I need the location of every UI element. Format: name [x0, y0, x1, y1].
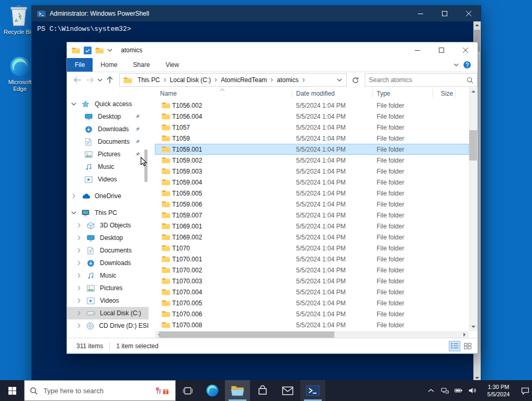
file-row[interactable]: T1059.004 5/5/2024 1:04 PM File folder — [155, 177, 469, 188]
search-input[interactable] — [365, 76, 467, 84]
sidebar-item-this-pc[interactable]: This PC — [67, 207, 149, 219]
sidebar-item-quick-access[interactable]: Quick access — [67, 98, 149, 110]
tray-chevron-up-icon[interactable] — [424, 380, 438, 401]
maximize-button[interactable] — [433, 6, 457, 21]
task-view-button[interactable] — [176, 380, 200, 401]
file-row[interactable]: T1059.002 5/5/2024 1:04 PM File folder — [155, 155, 469, 166]
breadcrumb-separator-icon[interactable] — [302, 78, 305, 82]
sidebar-item-onedrive[interactable]: OneDrive — [67, 190, 149, 202]
tab-view[interactable]: View — [157, 58, 187, 72]
file-row[interactable]: T1070.006 5/5/2024 1:04 PM File folder — [155, 308, 469, 319]
close-button[interactable] — [454, 42, 478, 58]
chevron-right-icon[interactable] — [76, 311, 82, 316]
scrollbar-thumb[interactable] — [159, 331, 334, 338]
breadcrumb-separator-icon[interactable] — [214, 78, 217, 82]
recent-locations-icon[interactable] — [96, 74, 104, 86]
file-row[interactable]: T1069.002 5/5/2024 1:04 PM File folder — [155, 232, 469, 243]
taskbar-mail-button[interactable] — [275, 380, 300, 401]
sidebar-item[interactable]: Pictures — [67, 148, 149, 161]
sidebar-item[interactable]: Videos — [67, 294, 149, 307]
file-row[interactable]: T1059.001 5/5/2024 1:04 PM File folder — [155, 144, 469, 155]
speaker-icon[interactable] — [465, 380, 479, 401]
scroll-down-icon[interactable] — [469, 323, 478, 331]
file-row[interactable]: T1070.001 5/5/2024 1:04 PM File folder — [155, 254, 469, 265]
list-horizontal-scrollbar[interactable] — [155, 331, 469, 338]
taskbar-search-input[interactable] — [42, 386, 150, 395]
scroll-up-icon[interactable] — [469, 87, 478, 95]
thumbnails-view-button[interactable] — [462, 341, 473, 351]
sidebar-item[interactable]: Documents — [67, 244, 149, 257]
breadcrumb-separator-icon[interactable] — [164, 78, 166, 82]
address-dropdown-icon[interactable] — [337, 78, 342, 82]
close-button[interactable] — [457, 6, 481, 21]
start-button[interactable] — [0, 380, 24, 401]
address-bar[interactable]: This PC Local Disk (C:) AtomicRedTeam — [119, 73, 347, 87]
network-icon[interactable] — [438, 380, 451, 401]
up-button[interactable] — [104, 74, 116, 86]
file-row[interactable]: T1070.002 5/5/2024 1:04 PM File folder — [155, 265, 469, 276]
file-row[interactable]: T1059 5/5/2024 1:04 PM File folder — [155, 133, 469, 144]
column-header-size[interactable]: Size — [431, 87, 453, 100]
quick-access-check-icon[interactable] — [84, 47, 92, 54]
back-button[interactable] — [71, 74, 84, 86]
taskbar-edge-button[interactable] — [200, 380, 225, 401]
sidebar-item[interactable]: Documents — [67, 135, 149, 148]
chevron-right-icon[interactable] — [76, 223, 82, 228]
breadcrumb-item[interactable]: Local Disk (C:) — [167, 76, 214, 84]
interests-icon[interactable] — [154, 386, 170, 395]
breadcrumb-item[interactable]: AtomicRedTeam — [218, 76, 269, 84]
taskbar-store-button[interactable] — [250, 380, 275, 401]
refresh-icon[interactable] — [349, 74, 361, 86]
sidebar-item[interactable]: Local Disk (C:) — [67, 307, 149, 319]
file-row[interactable]: T1070.005 5/5/2024 1:04 PM File folder — [155, 297, 469, 308]
sidebar-item[interactable]: Pictures — [67, 282, 149, 294]
new-folder-icon[interactable] — [95, 47, 104, 54]
maximize-button[interactable] — [429, 42, 454, 58]
minimize-button[interactable] — [405, 42, 429, 58]
file-row[interactable]: T1059.005 5/5/2024 1:04 PM File folder — [155, 188, 469, 199]
breadcrumb-separator-icon[interactable] — [270, 78, 273, 82]
sidebar-item[interactable]: Downloads — [67, 257, 149, 269]
chevron-right-icon[interactable] — [76, 248, 82, 253]
column-header-type[interactable]: Type — [377, 87, 390, 100]
column-header-name[interactable]: Name — [160, 87, 177, 100]
scrollbar-thumb[interactable] — [469, 130, 477, 161]
chevron-down-icon[interactable] — [71, 211, 76, 214]
file-row[interactable]: T1070.004 5/5/2024 1:04 PM File folder — [155, 287, 469, 297]
sidebar-item[interactable]: CD Drive (D:) ESI — [67, 319, 149, 332]
forward-button[interactable] — [84, 74, 96, 86]
expand-ribbon-icon[interactable] — [454, 63, 459, 66]
column-header-date-modified[interactable]: Date modified — [296, 87, 335, 100]
desktop-icon-recycle-bin[interactable]: Recycle Bin — [2, 3, 36, 36]
chevron-right-icon[interactable] — [76, 298, 82, 303]
tab-share[interactable]: Share — [125, 58, 157, 72]
file-row[interactable]: T1070 5/5/2024 1:04 PM File folder — [155, 243, 469, 254]
file-row[interactable]: T1057 5/5/2024 1:04 PM File folder — [155, 122, 469, 133]
taskbar-powershell-button[interactable] — [300, 380, 325, 401]
list-vertical-scrollbar[interactable] — [469, 87, 478, 331]
file-row[interactable]: T1059.003 5/5/2024 1:04 PM File folder — [155, 166, 469, 177]
sidebar-item[interactable]: Downloads — [67, 123, 149, 135]
file-row[interactable]: T1070.008 5/5/2024 1:04 PM File folder — [155, 319, 469, 330]
breadcrumb-item[interactable]: atomics — [274, 76, 301, 84]
sidebar-item[interactable]: Music — [67, 269, 149, 282]
chevron-right-icon[interactable] — [76, 235, 82, 240]
battery-icon[interactable] — [451, 380, 465, 401]
taskbar-search[interactable] — [24, 380, 176, 401]
scroll-right-icon[interactable] — [461, 331, 469, 338]
action-center-icon[interactable] — [518, 380, 532, 401]
file-row[interactable]: T1070.003 5/5/2024 1:04 PM File folder — [155, 276, 469, 287]
chevron-down-icon[interactable] — [71, 102, 76, 106]
qat-customize-icon[interactable] — [107, 49, 112, 52]
file-row[interactable]: T1059.007 5/5/2024 1:04 PM File folder — [155, 210, 469, 221]
clock[interactable]: 1:30 PM 5/5/2024 — [479, 380, 518, 401]
chevron-right-icon[interactable] — [76, 323, 81, 328]
minimize-button[interactable] — [409, 6, 433, 21]
file-row[interactable]: T1059.006 5/5/2024 1:04 PM File folder — [155, 199, 469, 210]
chevron-right-icon[interactable] — [76, 285, 82, 291]
tab-file[interactable]: File — [67, 58, 93, 72]
file-row[interactable]: T1056.002 5/5/2024 1:04 PM File folder — [155, 100, 469, 111]
taskbar-file-explorer-button[interactable] — [225, 380, 250, 401]
search-icon[interactable] — [467, 77, 473, 84]
sidebar-item[interactable]: Desktop — [67, 110, 149, 123]
